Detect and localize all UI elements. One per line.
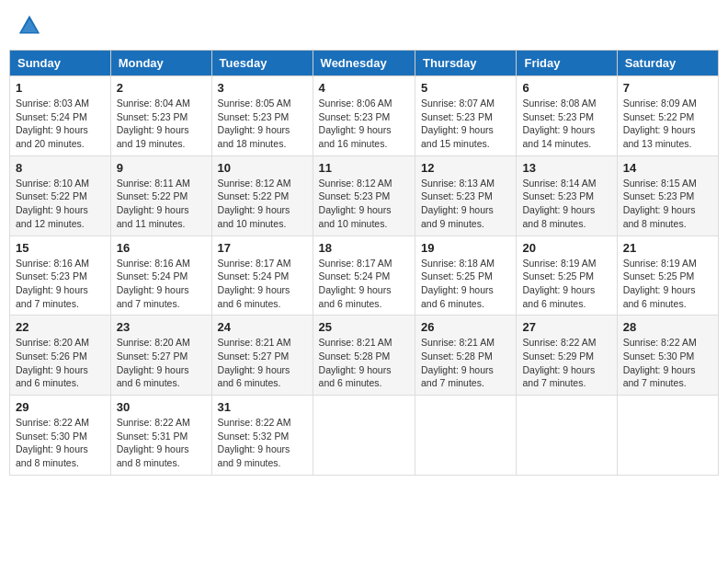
day-number: 22 [16, 320, 105, 334]
calendar-cell [415, 396, 517, 476]
day-detail: Sunrise: 8:21 AMSunset: 5:28 PMDaylight:… [421, 336, 510, 390]
calendar-cell: 20Sunrise: 8:19 AMSunset: 5:25 PMDayligh… [517, 236, 617, 316]
calendar-cell: 15Sunrise: 8:16 AMSunset: 5:23 PMDayligh… [10, 236, 111, 316]
calendar-cell: 22Sunrise: 8:20 AMSunset: 5:26 PMDayligh… [10, 316, 111, 396]
calendar-cell: 28Sunrise: 8:22 AMSunset: 5:30 PMDayligh… [617, 316, 718, 396]
day-number: 6 [522, 81, 610, 95]
day-detail: Sunrise: 8:08 AMSunset: 5:23 PMDaylight:… [522, 97, 610, 151]
day-detail: Sunrise: 8:22 AMSunset: 5:29 PMDaylight:… [522, 336, 610, 390]
day-number: 2 [117, 81, 206, 95]
logo-icon [17, 13, 42, 39]
day-number: 24 [218, 320, 307, 334]
calendar-cell: 19Sunrise: 8:18 AMSunset: 5:25 PMDayligh… [415, 236, 517, 316]
weekday-monday: Monday [110, 51, 211, 76]
calendar-cell: 17Sunrise: 8:17 AMSunset: 5:24 PMDayligh… [211, 236, 313, 316]
day-detail: Sunrise: 8:12 AMSunset: 5:22 PMDaylight:… [218, 177, 307, 231]
day-number: 7 [623, 81, 712, 95]
day-number: 26 [421, 320, 510, 334]
day-detail: Sunrise: 8:10 AMSunset: 5:22 PMDaylight:… [16, 177, 105, 231]
logo [17, 13, 44, 39]
day-detail: Sunrise: 8:22 AMSunset: 5:31 PMDaylight:… [117, 416, 206, 470]
weekday-header-row: SundayMondayTuesdayWednesdayThursdayFrid… [10, 51, 719, 76]
day-number: 31 [218, 400, 307, 414]
day-number: 21 [623, 241, 712, 255]
day-detail: Sunrise: 8:16 AMSunset: 5:24 PMDaylight:… [117, 257, 206, 311]
day-detail: Sunrise: 8:04 AMSunset: 5:23 PMDaylight:… [117, 97, 206, 151]
day-number: 12 [421, 161, 510, 175]
day-number: 5 [421, 81, 510, 95]
calendar-cell: 12Sunrise: 8:13 AMSunset: 5:23 PMDayligh… [415, 155, 517, 236]
day-detail: Sunrise: 8:14 AMSunset: 5:23 PMDaylight:… [522, 177, 610, 231]
calendar-cell: 1Sunrise: 8:03 AMSunset: 5:24 PMDaylight… [10, 76, 111, 156]
day-detail: Sunrise: 8:15 AMSunset: 5:23 PMDaylight:… [623, 177, 712, 231]
weekday-wednesday: Wednesday [313, 51, 415, 76]
calendar-cell: 24Sunrise: 8:21 AMSunset: 5:27 PMDayligh… [211, 316, 313, 396]
calendar-cell [617, 396, 718, 476]
calendar-cell: 4Sunrise: 8:06 AMSunset: 5:23 PMDaylight… [313, 76, 415, 156]
day-number: 29 [16, 400, 105, 414]
day-detail: Sunrise: 8:03 AMSunset: 5:24 PMDaylight:… [16, 97, 105, 151]
calendar-cell: 9Sunrise: 8:11 AMSunset: 5:22 PMDaylight… [110, 155, 211, 236]
calendar-cell: 16Sunrise: 8:16 AMSunset: 5:24 PMDayligh… [110, 236, 211, 316]
day-detail: Sunrise: 8:22 AMSunset: 5:32 PMDaylight:… [218, 416, 307, 470]
calendar-cell: 31Sunrise: 8:22 AMSunset: 5:32 PMDayligh… [211, 396, 313, 476]
day-detail: Sunrise: 8:09 AMSunset: 5:22 PMDaylight:… [623, 97, 712, 151]
calendar-cell: 2Sunrise: 8:04 AMSunset: 5:23 PMDaylight… [110, 76, 211, 156]
day-number: 18 [319, 241, 409, 255]
day-number: 3 [218, 81, 307, 95]
calendar-week-1: 1Sunrise: 8:03 AMSunset: 5:24 PMDaylight… [10, 76, 719, 156]
calendar-body: 1Sunrise: 8:03 AMSunset: 5:24 PMDaylight… [10, 76, 719, 476]
day-number: 17 [218, 241, 307, 255]
day-detail: Sunrise: 8:22 AMSunset: 5:30 PMDaylight:… [16, 416, 105, 470]
day-detail: Sunrise: 8:07 AMSunset: 5:23 PMDaylight:… [421, 97, 510, 151]
day-number: 8 [16, 161, 105, 175]
day-number: 4 [319, 81, 409, 95]
weekday-tuesday: Tuesday [211, 51, 313, 76]
day-detail: Sunrise: 8:19 AMSunset: 5:25 PMDaylight:… [623, 257, 712, 311]
day-detail: Sunrise: 8:06 AMSunset: 5:23 PMDaylight:… [319, 97, 409, 151]
day-detail: Sunrise: 8:11 AMSunset: 5:22 PMDaylight:… [117, 177, 206, 231]
calendar-cell: 13Sunrise: 8:14 AMSunset: 5:23 PMDayligh… [517, 155, 617, 236]
calendar-cell: 30Sunrise: 8:22 AMSunset: 5:31 PMDayligh… [110, 396, 211, 476]
day-number: 9 [117, 161, 206, 175]
calendar-cell [517, 396, 617, 476]
weekday-thursday: Thursday [415, 51, 517, 76]
calendar-cell: 21Sunrise: 8:19 AMSunset: 5:25 PMDayligh… [617, 236, 718, 316]
calendar-cell: 7Sunrise: 8:09 AMSunset: 5:22 PMDaylight… [617, 76, 718, 156]
day-number: 16 [117, 241, 206, 255]
calendar-cell [313, 396, 415, 476]
day-detail: Sunrise: 8:22 AMSunset: 5:30 PMDaylight:… [623, 336, 712, 390]
calendar-cell: 6Sunrise: 8:08 AMSunset: 5:23 PMDaylight… [517, 76, 617, 156]
calendar-cell: 8Sunrise: 8:10 AMSunset: 5:22 PMDaylight… [10, 155, 111, 236]
calendar-cell: 29Sunrise: 8:22 AMSunset: 5:30 PMDayligh… [10, 396, 111, 476]
calendar-cell: 27Sunrise: 8:22 AMSunset: 5:29 PMDayligh… [517, 316, 617, 396]
day-number: 13 [522, 161, 610, 175]
day-number: 25 [319, 320, 409, 334]
calendar-week-3: 15Sunrise: 8:16 AMSunset: 5:23 PMDayligh… [10, 236, 719, 316]
day-detail: Sunrise: 8:20 AMSunset: 5:27 PMDaylight:… [117, 336, 206, 390]
day-detail: Sunrise: 8:18 AMSunset: 5:25 PMDaylight:… [421, 257, 510, 311]
calendar-cell: 23Sunrise: 8:20 AMSunset: 5:27 PMDayligh… [110, 316, 211, 396]
calendar-cell: 3Sunrise: 8:05 AMSunset: 5:23 PMDaylight… [211, 76, 313, 156]
calendar-cell: 26Sunrise: 8:21 AMSunset: 5:28 PMDayligh… [415, 316, 517, 396]
calendar-cell: 25Sunrise: 8:21 AMSunset: 5:28 PMDayligh… [313, 316, 415, 396]
day-detail: Sunrise: 8:17 AMSunset: 5:24 PMDaylight:… [218, 257, 307, 311]
calendar-cell: 18Sunrise: 8:17 AMSunset: 5:24 PMDayligh… [313, 236, 415, 316]
calendar-cell: 14Sunrise: 8:15 AMSunset: 5:23 PMDayligh… [617, 155, 718, 236]
day-detail: Sunrise: 8:05 AMSunset: 5:23 PMDaylight:… [218, 97, 307, 151]
day-number: 19 [421, 241, 510, 255]
weekday-saturday: Saturday [617, 51, 718, 76]
day-number: 11 [319, 161, 409, 175]
day-number: 10 [218, 161, 307, 175]
day-number: 30 [117, 400, 206, 414]
day-number: 20 [522, 241, 610, 255]
day-detail: Sunrise: 8:21 AMSunset: 5:27 PMDaylight:… [218, 336, 307, 390]
day-number: 28 [623, 320, 712, 334]
weekday-friday: Friday [517, 51, 617, 76]
day-number: 14 [623, 161, 712, 175]
page-header [9, 9, 719, 42]
day-number: 1 [16, 81, 105, 95]
day-number: 27 [522, 320, 610, 334]
calendar-cell: 10Sunrise: 8:12 AMSunset: 5:22 PMDayligh… [211, 155, 313, 236]
weekday-sunday: Sunday [10, 51, 111, 76]
